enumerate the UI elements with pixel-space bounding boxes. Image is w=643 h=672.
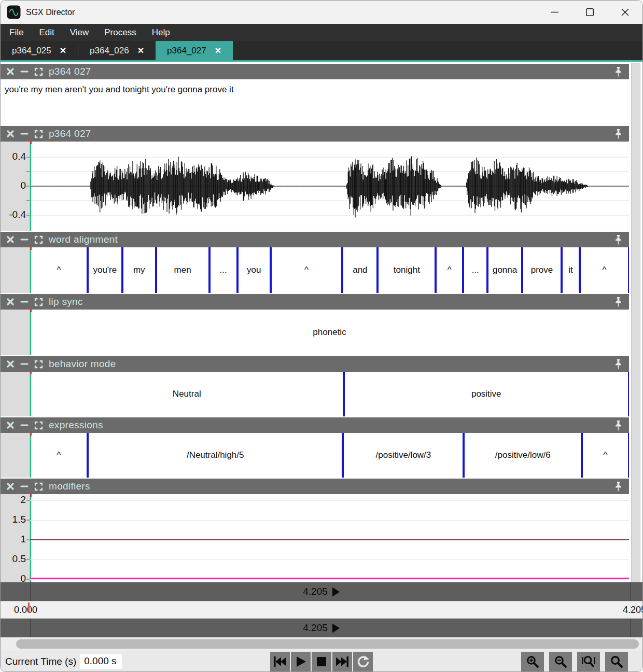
segment-boundary[interactable]: [87, 247, 89, 293]
segment[interactable]: ^: [30, 247, 88, 293]
ruler-playhead-marker[interactable]: [28, 603, 30, 613]
horizontal-scrollbar-thumb[interactable]: [16, 639, 639, 649]
segment[interactable]: ^: [271, 247, 343, 293]
segment-boundary[interactable]: [208, 247, 211, 293]
segment[interactable]: ...: [463, 247, 487, 293]
vertical-scrollbar-thumb[interactable]: [631, 63, 640, 582]
transcript-text[interactable]: you're my men aren't you and tonight you…: [1, 79, 238, 125]
segment-boundary[interactable]: [342, 433, 344, 478]
tab-p364_026[interactable]: p364_026✕: [78, 41, 156, 60]
menu-item-file[interactable]: File: [2, 24, 31, 41]
current-time-field[interactable]: 0.000 s: [80, 654, 121, 669]
panel-maximize-icon[interactable]: [34, 130, 43, 138]
tab-p364_027[interactable]: p364_027✕: [156, 41, 233, 60]
tab-close-icon[interactable]: ✕: [60, 46, 66, 55]
segment-boundary[interactable]: [155, 247, 157, 293]
panel-maximize-icon[interactable]: [34, 235, 43, 244]
panel-close-icon[interactable]: [6, 298, 15, 306]
segment-boundary[interactable]: [343, 372, 345, 416]
panel-close-icon[interactable]: [6, 482, 15, 491]
skip-to-end-button[interactable]: [332, 652, 352, 671]
segment[interactable]: ^: [582, 433, 629, 478]
play-button[interactable]: [291, 652, 311, 671]
panel-close-icon[interactable]: [6, 235, 15, 244]
pin-icon[interactable]: [613, 234, 623, 246]
window-minimize-button[interactable]: [537, 1, 572, 24]
panel-minimize-icon[interactable]: [20, 130, 29, 138]
pin-icon[interactable]: [613, 481, 623, 493]
panel-minimize-icon[interactable]: [20, 235, 29, 244]
segment[interactable]: Neutral: [30, 372, 344, 416]
segment[interactable]: ^: [580, 247, 629, 293]
pin-icon[interactable]: [613, 66, 623, 78]
zoom-fit-button[interactable]: [577, 652, 600, 671]
skip-to-start-button[interactable]: [270, 652, 290, 671]
segment[interactable]: phonetic: [30, 310, 629, 355]
stop-button[interactable]: [312, 652, 331, 671]
loop-button[interactable]: [353, 652, 373, 671]
segment-boundary[interactable]: [87, 433, 89, 478]
zoom-in-button[interactable]: [521, 652, 544, 671]
segment[interactable]: /positive/low/6: [464, 433, 582, 478]
zoom-button[interactable]: [605, 652, 628, 671]
pin-icon[interactable]: [613, 419, 623, 431]
segment[interactable]: /positive/low/3: [343, 433, 464, 478]
horizontal-scrollbar[interactable]: [1, 637, 642, 651]
segment[interactable]: you: [237, 247, 271, 293]
segment[interactable]: ...: [209, 247, 237, 293]
panel-maximize-icon[interactable]: [34, 421, 43, 430]
segment-boundary[interactable]: [521, 247, 523, 293]
segment-boundary[interactable]: [341, 247, 343, 293]
segment[interactable]: positive: [344, 372, 629, 416]
segment-boundary[interactable]: [462, 247, 464, 293]
segment-boundary[interactable]: [435, 247, 437, 293]
window-maximize-button[interactable]: [572, 1, 607, 24]
behavior-mode-timeline[interactable]: Neutralpositive: [30, 372, 629, 416]
panel-maximize-icon[interactable]: [34, 360, 43, 369]
segment-boundary[interactable]: [236, 247, 239, 293]
segment-boundary[interactable]: [270, 247, 272, 293]
segment[interactable]: tonight: [378, 247, 436, 293]
segment[interactable]: men: [156, 247, 209, 293]
panel-maximize-icon[interactable]: [34, 482, 43, 491]
panel-close-icon[interactable]: [6, 360, 15, 368]
segment[interactable]: ^: [30, 433, 88, 478]
segment-boundary[interactable]: [581, 433, 583, 478]
menu-item-view[interactable]: View: [62, 24, 97, 41]
pin-icon[interactable]: [613, 128, 623, 140]
modifiers-timeline[interactable]: [30, 494, 629, 583]
pin-icon[interactable]: [613, 296, 623, 308]
waveform-timeline[interactable]: [30, 142, 629, 231]
segment-boundary[interactable]: [463, 433, 465, 478]
segment[interactable]: and: [342, 247, 378, 293]
segment-boundary[interactable]: [376, 247, 379, 293]
segment[interactable]: /Neutral/high/5: [88, 433, 343, 478]
menu-item-help[interactable]: Help: [144, 24, 178, 41]
segment[interactable]: my: [122, 247, 156, 293]
segment[interactable]: it: [562, 247, 580, 293]
segment-boundary[interactable]: [561, 247, 563, 293]
panel-minimize-icon[interactable]: [20, 421, 29, 429]
transport-slider-bottom[interactable]: 4.205: [1, 619, 642, 637]
panel-minimize-icon[interactable]: [20, 298, 29, 306]
tab-close-icon[interactable]: ✕: [137, 46, 144, 55]
panel-minimize-icon[interactable]: [20, 67, 29, 76]
playhead-cursor[interactable]: [30, 142, 31, 231]
panel-close-icon[interactable]: [6, 421, 15, 429]
panel-maximize-icon[interactable]: [34, 298, 43, 306]
panel-maximize-icon[interactable]: [34, 67, 43, 76]
time-ruler[interactable]: 0.000 4.205: [1, 601, 642, 619]
window-close-button[interactable]: [607, 1, 642, 24]
word-alignment-timeline[interactable]: ^you'remymen...you^andtonight^...gonnapr…: [30, 247, 629, 293]
tab-close-icon[interactable]: ✕: [215, 46, 221, 55]
expressions-timeline[interactable]: ^/Neutral/high/5/positive/low/3/positive…: [30, 433, 629, 478]
segment-boundary[interactable]: [121, 247, 123, 293]
zoom-out-button[interactable]: [549, 652, 572, 671]
modifier-value-line[interactable]: [30, 578, 629, 579]
segment[interactable]: prove: [522, 247, 562, 293]
panel-close-icon[interactable]: [6, 67, 15, 76]
play-cursor-icon[interactable]: [332, 587, 340, 597]
panel-close-icon[interactable]: [6, 130, 15, 138]
panel-minimize-icon[interactable]: [20, 482, 29, 491]
modifier-value-line[interactable]: [30, 539, 629, 540]
